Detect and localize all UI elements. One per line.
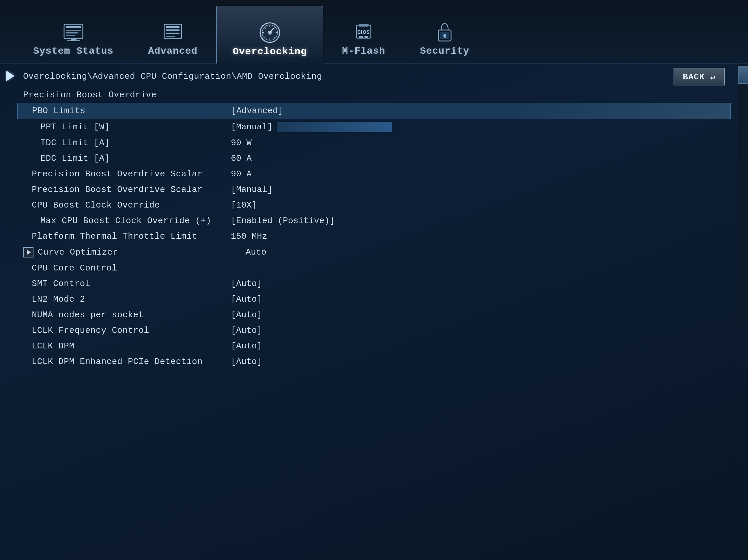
setting-row: Precision Boost Overdrive: [23, 87, 725, 103]
setting-row-ln2[interactable]: LN2 Mode 2 [Auto]: [23, 291, 725, 307]
lclk-dpm-value: [Auto]: [231, 341, 262, 351]
mouse-cursor: [6, 71, 15, 81]
svg-rect-4: [66, 35, 75, 36]
scrollbar[interactable]: [738, 64, 748, 323]
tab-security[interactable]: Security: [404, 11, 485, 63]
tab-mflash-label: M-Flash: [342, 46, 385, 56]
expand-arrow-icon: [27, 250, 31, 255]
svg-rect-28: [365, 36, 368, 38]
nav-bar: System Status Advanced: [0, 0, 748, 64]
pbo-scalar-name: Precision Boost Overdrive Scalar: [23, 185, 225, 194]
setting-row-tdc[interactable]: TDC Limit [A] 90 W: [23, 135, 725, 151]
back-button[interactable]: BACK ↵: [674, 68, 725, 86]
setting-row-curve-optimizer[interactable]: Curve Optimizer Auto: [23, 244, 725, 260]
lclk-dpm-name: LCLK DPM: [23, 341, 225, 351]
settings-list: Precision Boost Overdrive PBO Limits [Ad…: [23, 87, 725, 370]
cpu-boost-name: CPU Boost Clock Override: [23, 200, 225, 210]
svg-rect-32: [444, 36, 446, 38]
curve-optimizer-expand-icon[interactable]: [23, 247, 33, 257]
system-status-icon: [62, 22, 85, 42]
tab-system-status-label: System Status: [33, 46, 113, 56]
svg-line-21: [274, 27, 275, 28]
thermal-name: Platform Thermal Throttle Limit: [23, 232, 225, 241]
svg-line-22: [264, 37, 265, 38]
edc-limit-value: 60 A: [231, 154, 252, 163]
cpu-core-name: CPU Core Control: [23, 263, 225, 273]
svg-rect-10: [166, 32, 180, 34]
setting-row-pbo-scalar[interactable]: Precision Boost Overdrive Scalar [Manual…: [23, 182, 725, 197]
lclk-dpm-enhanced-name: LCLK DPM Enhanced PCIe Detection: [23, 357, 225, 367]
pbo-limits-value: [Advanced]: [231, 106, 283, 116]
mflash-icon: BIOS: [352, 22, 375, 42]
setting-row-numa[interactable]: NUMA nodes per socket [Auto]: [23, 307, 725, 323]
tab-advanced-label: Advanced: [148, 46, 197, 56]
svg-rect-9: [166, 29, 180, 31]
svg-text:BIOS: BIOS: [357, 30, 370, 34]
setting-name: Precision Boost Overdrive: [23, 90, 225, 100]
svg-rect-3: [66, 32, 78, 33]
lclk-dpm-enhanced-value: [Auto]: [231, 357, 262, 367]
edc-limit-name: EDC Limit [A]: [23, 154, 225, 163]
setting-row-lclk-freq[interactable]: LCLK Frequency Control [Auto]: [23, 323, 725, 338]
tab-advanced[interactable]: Advanced: [132, 11, 213, 63]
svg-rect-5: [71, 39, 76, 41]
setting-row-pbo-limits[interactable]: PBO Limits [Advanced]: [17, 103, 731, 119]
breadcrumb: Overclocking\Advanced CPU Configuration\…: [0, 64, 748, 87]
svg-rect-6: [67, 41, 80, 41]
svg-rect-8: [166, 26, 180, 28]
setting-row-smt[interactable]: SMT Control [Auto]: [23, 276, 725, 291]
ppt-value-bar: [277, 122, 392, 132]
scrollbar-thumb[interactable]: [738, 66, 748, 84]
tab-overclocking[interactable]: Overclocking: [216, 6, 323, 64]
setting-row-cpu-boost[interactable]: CPU Boost Clock Override [10X]: [23, 197, 725, 213]
numa-nodes-name: NUMA nodes per socket: [23, 310, 225, 320]
svg-rect-27: [359, 36, 363, 38]
pbo-limits-name: PBO Limits: [23, 106, 226, 116]
svg-rect-2: [66, 30, 81, 31]
ln2-mode-value: [Auto]: [231, 295, 262, 304]
ppt-limit-name: PPT Limit [W]: [23, 122, 225, 132]
tab-system-status[interactable]: System Status: [17, 11, 129, 63]
setting-row-thermal[interactable]: Platform Thermal Throttle Limit 150 MHz: [23, 229, 725, 244]
svg-line-20: [274, 37, 275, 38]
svg-rect-25: [359, 24, 369, 27]
tab-mflash[interactable]: BIOS M-Flash: [326, 11, 401, 63]
setting-row-pbo-scalar-val[interactable]: Precision Boost Overdrive Scalar 90 A: [23, 166, 725, 182]
ppt-limit-value: [Manual]: [231, 122, 392, 132]
setting-row-lclk-dpm[interactable]: LCLK DPM [Auto]: [23, 338, 725, 354]
pbo-scalar-val-value: 90 A: [231, 169, 252, 179]
security-icon: [433, 22, 456, 42]
content-area: Precision Boost Overdrive PBO Limits [Ad…: [0, 87, 748, 370]
max-cpu-boost-name: Max CPU Boost Clock Override (+): [23, 216, 225, 226]
max-cpu-boost-value: [Enabled (Positive)]: [231, 216, 335, 226]
setting-row-ppt[interactable]: PPT Limit [W] [Manual]: [23, 119, 725, 135]
svg-line-19: [264, 27, 265, 28]
overclocking-icon: [258, 23, 281, 43]
tab-overclocking-label: Overclocking: [233, 46, 307, 57]
setting-row-cpu-core[interactable]: CPU Core Control: [23, 260, 725, 276]
tab-security-label: Security: [420, 46, 469, 56]
curve-optimizer-value: Auto: [246, 248, 266, 257]
smt-control-value: [Auto]: [231, 279, 262, 289]
numa-nodes-value: [Auto]: [231, 310, 262, 320]
cpu-boost-value: [10X]: [231, 200, 257, 210]
thermal-value: 150 MHz: [231, 232, 267, 241]
setting-row-max-cpu-boost[interactable]: Max CPU Boost Clock Override (+) [Enable…: [23, 213, 725, 229]
smt-control-name: SMT Control: [23, 279, 225, 289]
advanced-icon: [161, 22, 184, 42]
svg-rect-11: [166, 36, 175, 37]
tdc-limit-value: 90 W: [231, 138, 252, 148]
setting-row-lclk-dpm-enhanced[interactable]: LCLK DPM Enhanced PCIe Detection [Auto]: [23, 354, 725, 370]
curve-optimizer-name: Curve Optimizer: [38, 248, 240, 257]
ln2-mode-name: LN2 Mode 2: [23, 295, 225, 304]
tdc-limit-name: TDC Limit [A]: [23, 138, 225, 148]
pbo-scalar-value: [Manual]: [231, 185, 273, 194]
svg-rect-1: [66, 26, 81, 28]
pbo-scalar-val-name: Precision Boost Overdrive Scalar: [23, 169, 225, 179]
setting-row-edc[interactable]: EDC Limit [A] 60 A: [23, 151, 725, 166]
lclk-freq-value: [Auto]: [231, 326, 262, 335]
lclk-freq-name: LCLK Frequency Control: [23, 326, 225, 335]
